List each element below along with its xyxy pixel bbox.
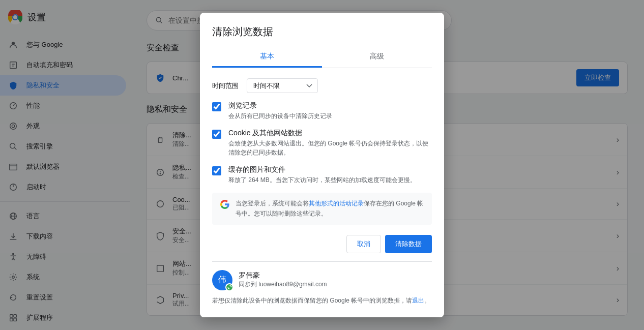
cache-checkbox-item: 缓存的图片和文件 释放了 264 MB。当您下次访问时，某些网站的加载速度可能会…: [212, 165, 432, 185]
time-range-label: 时间范围: [212, 81, 239, 91]
cache-desc: 释放了 264 MB。当您下次访问时，某些网站的加载速度可能会更慢。: [228, 175, 416, 185]
user-name: 罗伟豪: [239, 271, 327, 280]
dialog-tabs: 基本 高级: [212, 47, 432, 68]
google-logo-icon: [220, 200, 229, 209]
cancel-button[interactable]: 取消: [346, 235, 381, 253]
dialog-footer: 取消 清除数据: [212, 235, 432, 253]
activity-link[interactable]: 其他形式的活动记录: [309, 200, 364, 207]
sync-icon: [227, 285, 232, 289]
cache-label: 缓存的图片和文件: [228, 165, 416, 174]
info-box-text: 当您登录后，系统可能会将其他形式的活动记录保存在您的 Google 帐号中。您可…: [236, 199, 424, 218]
time-range-select[interactable]: 时间不限 过去 1 小时 过去 24 小时 过去 7 天 过去 4 周: [247, 78, 318, 93]
history-content: 浏览记录 会从所有已同步的设备中清除历史记录: [228, 101, 332, 121]
dialog-overlay: 清除浏览数据 基本 高级 时间范围 时间不限 过去 1 小时 过去 24 小时 …: [0, 0, 644, 330]
cookies-content: Cookie 及其他网站数据 会致使您从大多数网站退出。但您的 Google 帐…: [228, 129, 432, 157]
history-label: 浏览记录: [228, 101, 332, 110]
clear-browsing-dialog: 清除浏览数据 基本 高级 时间范围 时间不限 过去 1 小时 过去 24 小时 …: [200, 13, 444, 317]
clear-data-button[interactable]: 清除数据: [385, 235, 432, 253]
info-box: 当您登录后，系统可能会将其他形式的活动记录保存在您的 Google 帐号中。您可…: [212, 193, 432, 224]
time-range-row: 时间范围 时间不限 过去 1 小时 过去 24 小时 过去 7 天 过去 4 周: [212, 78, 432, 93]
history-desc: 会从所有已同步的设备中清除历史记录: [228, 111, 332, 121]
cookies-desc: 会致使您从大多数网站退出。但您的 Google 帐号仍会保持登录状态，以便清除您…: [228, 139, 432, 157]
user-info: 罗伟豪 同步到 luoweihao89@gmail.com: [239, 271, 327, 289]
avatar-badge: [225, 283, 233, 291]
tab-advanced[interactable]: 高级: [322, 47, 432, 68]
cache-checkbox[interactable]: [212, 166, 221, 175]
footer-note: 若想仅清除此设备中的浏览数据而保留您的 Google 帐号中的浏览数据，请退出。: [212, 296, 432, 305]
cache-content: 缓存的图片和文件 释放了 264 MB。当您下次访问时，某些网站的加载速度可能会…: [228, 165, 416, 185]
dialog-title: 清除浏览数据: [212, 25, 432, 39]
history-checkbox-item: 浏览记录 会从所有已同步的设备中清除历史记录: [212, 101, 432, 121]
cookies-checkbox-item: Cookie 及其他网站数据 会致使您从大多数网站退出。但您的 Google 帐…: [212, 129, 432, 157]
avatar: 伟: [212, 270, 232, 290]
tab-basic[interactable]: 基本: [212, 47, 322, 68]
history-checkbox[interactable]: [212, 102, 221, 111]
user-email: 同步到 luoweihao89@gmail.com: [239, 280, 327, 289]
logout-link[interactable]: 退出: [412, 297, 424, 304]
cookies-label: Cookie 及其他网站数据: [228, 129, 432, 138]
user-section: 伟 罗伟豪 同步到 luoweihao89@gmail.com: [212, 261, 432, 290]
cookies-checkbox[interactable]: [212, 130, 221, 139]
